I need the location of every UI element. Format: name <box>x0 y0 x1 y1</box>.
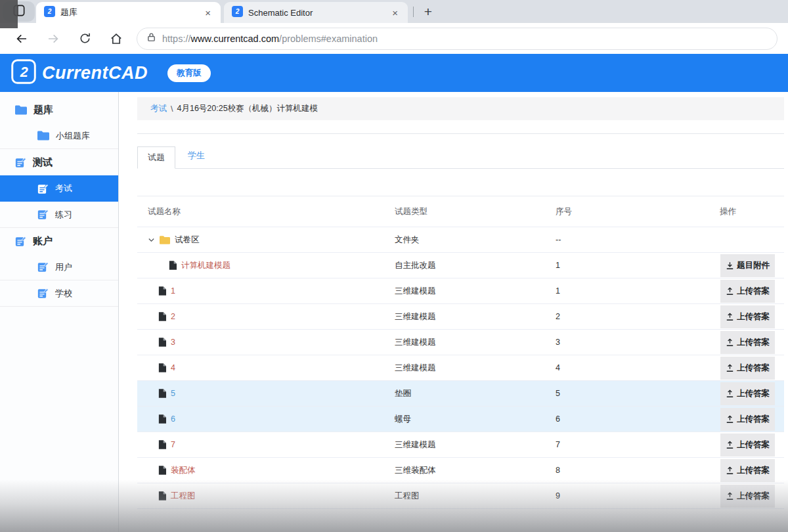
tab-close-icon[interactable]: × <box>203 7 213 18</box>
upload-answer-button[interactable]: 上传答案 <box>720 305 775 328</box>
sidebar-item-label: 练习 <box>55 209 72 221</box>
sidebar-item-学校[interactable]: 学校 <box>0 280 118 307</box>
action-cell: 上传答案 <box>709 357 784 380</box>
action-cell: 上传答案 <box>709 382 784 405</box>
table-row[interactable]: 3三维建模题3上传答案 <box>137 330 784 355</box>
action-cell: 上传答案 <box>709 280 784 303</box>
doc-icon <box>158 363 166 372</box>
question-type-cell: 自主批改题 <box>384 260 545 271</box>
doc-icon <box>158 466 166 475</box>
upload-answer-button[interactable]: 上传答案 <box>720 459 775 482</box>
sidebar-item-题库[interactable]: 题库 <box>0 97 118 123</box>
doc-icon <box>158 491 166 500</box>
upload-answer-button[interactable]: 上传答案 <box>720 433 775 456</box>
question-type-cell: 垫圈 <box>384 388 545 399</box>
sidebar-item-label: 账户 <box>33 235 53 248</box>
edition-badge: 教育版 <box>167 64 211 82</box>
app-header: 2 CurrentCAD 教育版 <box>0 54 788 92</box>
browser-tab-schematic-editor[interactable]: 2 Schematic Editor × <box>224 2 408 23</box>
new-tab-button[interactable]: + <box>419 3 437 21</box>
doc-icon <box>158 338 166 347</box>
upload-answer-button[interactable]: 上传答案 <box>720 382 775 405</box>
sequence-cell: 7 <box>545 440 709 449</box>
upload-answer-button[interactable]: 上传答案 <box>720 408 775 431</box>
tab-questions[interactable]: 试题 <box>137 146 175 169</box>
refresh-button[interactable] <box>74 28 96 50</box>
question-name-cell: 2 <box>137 312 384 321</box>
upload-icon <box>726 466 734 475</box>
sidebar-item-测试[interactable]: 测试 <box>0 149 118 175</box>
sidebar-item-考试[interactable]: 考试 <box>0 175 118 202</box>
forward-button[interactable] <box>42 28 64 50</box>
sidebar: 题库小组题库测试考试练习账户用户学校 <box>0 92 119 532</box>
table-row[interactable]: 1三维建模题1上传答案 <box>137 278 784 304</box>
question-name-link[interactable]: 2 <box>171 312 175 321</box>
table-row[interactable]: 计算机建模题自主批改题1题目附件 <box>137 253 784 278</box>
question-name-link[interactable]: 7 <box>171 440 175 449</box>
question-name-cell: 工程图 <box>137 491 384 502</box>
sidebar-item-小组题库[interactable]: 小组题库 <box>0 123 118 149</box>
svg-text:2: 2 <box>235 8 240 15</box>
tab-title: 题库 <box>60 7 198 18</box>
question-type-cell: 工程图 <box>384 491 545 502</box>
question-name-cell: 3 <box>137 338 384 347</box>
sidebar-item-用户[interactable]: 用户 <box>0 254 118 280</box>
question-name-link[interactable]: 3 <box>171 338 175 347</box>
sidebar-item-练习[interactable]: 练习 <box>0 202 118 228</box>
action-button-label: 上传答案 <box>737 439 770 451</box>
tab-close-icon[interactable]: × <box>390 7 400 18</box>
question-name-link[interactable]: 1 <box>171 286 175 296</box>
exam-doc-icon <box>37 209 49 220</box>
question-name-link[interactable]: 装配体 <box>171 465 196 476</box>
table-row[interactable]: 装配体三维装配体8上传答案 <box>137 458 784 483</box>
browser-toolbar: https://www.currentcad.com/problems#exam… <box>0 23 788 54</box>
question-name-link[interactable]: 工程图 <box>171 491 196 502</box>
upload-answer-button[interactable]: 上传答案 <box>720 280 775 303</box>
upload-answer-button[interactable]: 上传答案 <box>720 331 775 354</box>
table-row[interactable]: 7三维建模题7上传答案 <box>137 432 784 458</box>
question-name-link[interactable]: 6 <box>171 414 175 424</box>
sequence-cell: 2 <box>545 312 709 321</box>
question-name-link[interactable]: 4 <box>171 363 175 372</box>
svg-text:2: 2 <box>47 8 52 15</box>
table-row[interactable]: 工程图工程图9上传答案 <box>137 483 784 509</box>
question-name-cell: 计算机建模题 <box>137 260 384 271</box>
tab-students[interactable]: 学生 <box>188 150 205 168</box>
folder-icon <box>15 105 27 115</box>
question-type-cell: 文件夹 <box>384 234 545 246</box>
action-button-label: 上传答案 <box>737 465 770 476</box>
table-row[interactable]: 6螺母6上传答案 <box>137 407 784 432</box>
table-row[interactable]: 5垫圈5上传答案 <box>137 381 784 407</box>
question-name-cell: 6 <box>137 414 384 424</box>
question-name-cell: 装配体 <box>137 465 384 476</box>
home-button[interactable] <box>105 28 127 50</box>
sidebar-item-label: 测试 <box>33 156 53 169</box>
question-name-link[interactable]: 计算机建模题 <box>181 260 230 271</box>
table-row[interactable]: 4三维建模题4上传答案 <box>137 355 784 381</box>
action-button-label: 上传答案 <box>737 311 770 322</box>
upload-answer-button[interactable]: 上传答案 <box>720 485 775 508</box>
doc-icon <box>158 389 166 398</box>
chevron-down-icon[interactable] <box>148 236 155 244</box>
browser-tab-question-bank[interactable]: 2 题库 × <box>36 2 221 23</box>
breadcrumb-exam-link[interactable]: 考试 <box>150 103 167 114</box>
action-button-label: 上传答案 <box>737 414 770 425</box>
horizontal-divider <box>137 133 784 134</box>
sidebar-item-label: 小组题库 <box>56 130 90 142</box>
back-button[interactable] <box>11 28 33 50</box>
upload-answer-button[interactable]: 上传答案 <box>720 357 775 380</box>
question-name-link[interactable]: 5 <box>171 389 175 398</box>
question-name-link[interactable]: 试卷区 <box>175 234 200 246</box>
question-type-cell: 三维建模题 <box>384 286 545 297</box>
address-bar[interactable]: https://www.currentcad.com/problems#exam… <box>137 28 777 50</box>
sidebar-item-账户[interactable]: 账户 <box>0 228 118 254</box>
exam-doc-icon <box>15 157 26 168</box>
question-name-cell: 7 <box>137 440 384 449</box>
browser-tab-strip: 2 题库 × 2 Schematic Editor × + <box>0 0 788 23</box>
question-name-cell: 1 <box>137 286 384 296</box>
doc-icon <box>169 261 177 270</box>
table-row[interactable]: 试卷区文件夹-- <box>137 227 784 253</box>
upload-icon <box>726 364 734 372</box>
download-attachment-button[interactable]: 题目附件 <box>720 254 775 277</box>
table-row[interactable]: 2三维建模题2上传答案 <box>137 304 784 330</box>
